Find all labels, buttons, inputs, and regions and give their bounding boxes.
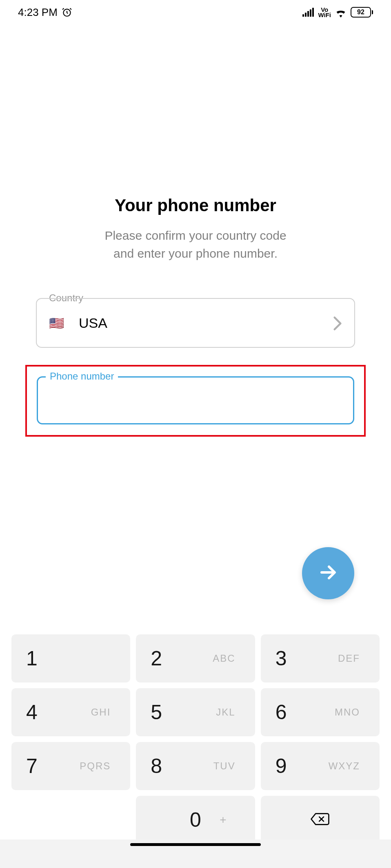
key-digit: 1 [26,647,38,670]
key-8[interactable]: 8 TUV [136,742,255,790]
phone-field-wrap[interactable]: Phone number [37,376,354,424]
key-4[interactable]: 4 GHI [11,688,130,736]
phone-input[interactable] [49,393,342,409]
status-time: 4:23 PM [18,6,58,19]
page-subtitle: Please confirm your country code and ent… [0,227,391,262]
key-2[interactable]: 2 ABC [136,634,255,682]
key-letters: MNO [335,707,360,718]
subtitle-line-2: and enter your phone number. [113,247,278,260]
country-name: USA [79,315,333,331]
key-digit: 5 [151,700,162,724]
phone-highlight: Phone number [25,365,366,437]
key-digit: 2 [151,647,162,670]
key-digit: 6 [275,700,287,724]
backspace-icon [309,812,331,828]
key-7[interactable]: 7 PQRS [11,742,130,790]
key-digit: 9 [275,754,287,778]
key-digit: 7 [26,754,38,778]
title-block: Your phone number Please confirm your co… [0,196,391,262]
keypad: 1 2 ABC 3 DEF 4 GHI 5 JKL 6 MNO 7 PQRS 8… [0,634,391,844]
key-letters: PQRS [80,760,111,772]
vowifi-bottom: WiFi [318,12,331,18]
key-3[interactable]: 3 DEF [261,634,380,682]
key-6[interactable]: 6 MNO [261,688,380,736]
nav-bar [0,843,391,846]
status-right: Vo WiFi 92 [302,7,373,18]
subtitle-line-1: Please confirm your country code [104,229,286,242]
key-letters: TUV [213,760,235,772]
page-title: Your phone number [0,196,391,215]
key-9[interactable]: 9 WXYZ [261,742,380,790]
key-5[interactable]: 5 JKL [136,688,255,736]
key-letters: GHI [91,707,111,718]
key-letters: DEF [338,653,360,664]
home-indicator[interactable] [130,843,261,846]
status-bar: 4:23 PM Vo WiFi 92 [0,0,391,24]
flag-icon: 🇺🇸 [49,316,64,330]
arrow-right-icon [318,563,338,584]
signal-icon [302,8,314,17]
key-digit: 4 [26,700,38,724]
key-digit: 8 [151,754,162,778]
status-left: 4:23 PM [18,6,72,19]
battery-level: 92 [351,7,371,18]
vowifi-icon: Vo WiFi [318,7,331,18]
key-1[interactable]: 1 [11,634,130,682]
key-letters: ABC [213,653,235,664]
phone-label: Phone number [46,371,118,382]
alarm-icon [62,7,72,18]
chevron-right-icon [333,316,342,330]
next-button[interactable] [302,547,354,599]
wifi-icon [335,8,347,17]
key-digit: 0 [190,808,201,832]
key-digit: 3 [275,647,287,670]
key-backspace[interactable] [261,796,380,844]
battery-icon: 92 [351,7,373,18]
country-selector[interactable]: Country 🇺🇸 USA [36,298,355,348]
key-letters: JKL [216,707,235,718]
key-letters: WXYZ [329,760,360,772]
key-letters: + [220,813,226,826]
key-0[interactable]: 0 + [136,796,255,844]
